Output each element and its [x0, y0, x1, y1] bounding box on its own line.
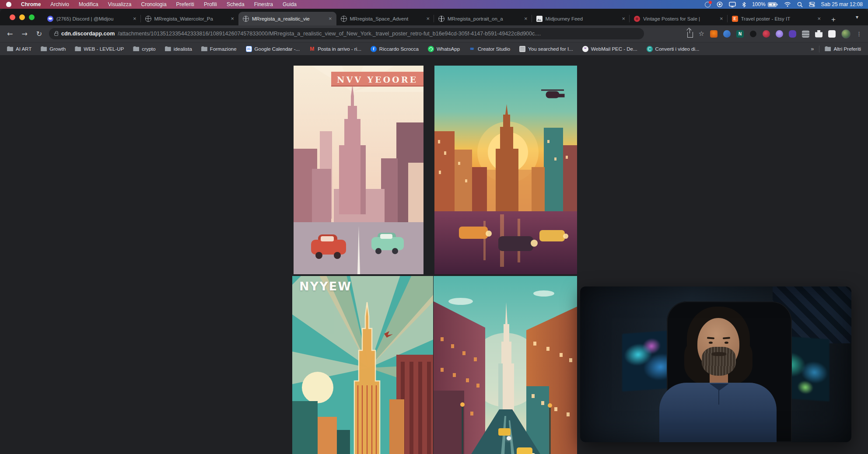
globe-favicon [438, 16, 444, 22]
bookmark-folder-growth[interactable]: Growth [41, 46, 66, 52]
tab-label: MRregista_a_realistic_vie [252, 16, 326, 21]
tab-watercolor[interactable]: MRregista_Watercolor_Pa × [141, 12, 239, 25]
bookmark-webmail-pec[interactable]: WebMail PEC - De... [582, 46, 637, 52]
close-tab-icon[interactable]: × [524, 16, 528, 21]
close-tab-icon[interactable]: × [817, 16, 821, 21]
folder-icon [75, 46, 81, 51]
profile-avatar[interactable] [841, 29, 850, 38]
bookmark-label: AI ART [16, 46, 32, 52]
poster-bottom-left: NYYEW [292, 276, 433, 454]
grid-extension-icon[interactable] [802, 30, 809, 38]
close-tab-icon[interactable]: × [329, 16, 332, 21]
bookmark-google-calendar[interactable]: 31Google Calendar -... [246, 46, 300, 52]
bluetooth-icon[interactable] [742, 2, 746, 7]
apple-icon[interactable] [6, 2, 11, 7]
facebook-icon: f [371, 46, 377, 52]
menu-item-visualizza[interactable]: Visualizza [108, 1, 132, 7]
discord-favicon [47, 16, 53, 22]
wifi-icon[interactable] [784, 2, 791, 7]
page-icon [519, 46, 525, 52]
folder-icon [165, 46, 171, 51]
bookmark-folder-formazione[interactable]: Formazione [201, 46, 237, 52]
tab-search-chevron-icon[interactable]: ▾ [856, 14, 858, 20]
bookmark-star-icon[interactable]: ☆ [699, 31, 704, 37]
battery-percent-label: 100% [752, 1, 766, 7]
tab-midjourney-feed[interactable]: Midjourney Feed × [532, 12, 630, 25]
menu-item-guida[interactable]: Guida [283, 1, 297, 7]
lock-icon[interactable] [54, 33, 58, 36]
display-icon[interactable] [729, 2, 736, 7]
folder-icon [825, 46, 831, 51]
share-icon[interactable] [687, 32, 693, 38]
n-extension-icon[interactable]: N [736, 30, 744, 38]
bookmark-you-searched[interactable]: You searched for I... [519, 46, 573, 52]
purple-extension-icon[interactable] [776, 30, 783, 38]
tab-label: MRregista_Space_Advent [350, 16, 424, 21]
forward-button[interactable]: → [21, 30, 27, 38]
close-tab-icon[interactable]: × [231, 16, 234, 21]
bookmark-creator-studio[interactable]: ∞Creator Studio [469, 46, 510, 52]
mouse-cursor[interactable] [507, 436, 511, 440]
menu-clock[interactable]: Sab 25 mar 12:08 [821, 1, 863, 7]
tab-etsy[interactable]: E Travel poster - Etsy IT × [728, 12, 826, 25]
menu-item-scheda[interactable]: Scheda [227, 1, 245, 7]
bookmark-folder-idealista[interactable]: idealista [165, 46, 192, 52]
poster-deco-title: NYYEW [299, 279, 352, 293]
tab-vintage-posters[interactable]: Vintage Posters for Sale | × [630, 12, 728, 25]
close-tab-icon[interactable]: × [622, 16, 625, 21]
close-tab-icon[interactable]: × [426, 16, 430, 21]
minimize-window-button[interactable] [19, 14, 25, 20]
other-bookmarks-folder[interactable]: Altri Preferiti [825, 46, 861, 52]
bookmark-facebook[interactable]: fRiccardo Scrocca [371, 46, 419, 52]
tab-realistic-view-active[interactable]: MRregista_a_realistic_vie × [238, 12, 336, 25]
folder-icon [41, 46, 47, 51]
close-tab-icon[interactable]: × [133, 16, 136, 21]
presenter-eye [709, 342, 713, 344]
tab-label: Travel poster - Etsy IT [741, 16, 815, 21]
key-extension-icon[interactable] [763, 30, 770, 38]
bookmark-label: WEB - LEVEL-UP [84, 46, 124, 52]
bookmark-folder-web-level-up[interactable]: WEB - LEVEL-UP [75, 46, 124, 52]
address-bar[interactable]: cdn.discordapp.com /attachments/10135123… [49, 28, 644, 39]
bookmark-gmail[interactable]: MPosta in arrivo - ri... [309, 46, 361, 52]
bookmark-whatsapp[interactable]: WhatsApp [428, 46, 460, 52]
battery-status[interactable]: 100% [752, 1, 778, 7]
menu-item-profili[interactable]: Profili [204, 1, 217, 7]
spotlight-search-icon[interactable] [797, 2, 803, 7]
menu-item-cronologia[interactable]: Cronologia [141, 1, 167, 7]
control-center-icon[interactable] [809, 2, 815, 7]
midjourney-grid-image[interactable]: NVV YEOORE [292, 66, 577, 454]
chrome-menu-icon[interactable]: ⋮ [856, 31, 862, 37]
bookmarks-overflow-chevron[interactable]: » [811, 45, 814, 52]
blue-extension-icon[interactable] [723, 30, 731, 38]
zoom-window-button[interactable] [29, 14, 35, 20]
menu-item-preferiti[interactable]: Preferiti [176, 1, 194, 7]
new-tab-button[interactable]: + [828, 14, 839, 25]
presenter-beard [702, 347, 736, 376]
menu-item-chrome[interactable]: Chrome [21, 1, 41, 7]
bookmark-folder-crypto[interactable]: crypto [133, 46, 155, 52]
tab-portrait[interactable]: MRregista_portrait_on_a × [434, 12, 532, 25]
close-window-button[interactable] [10, 14, 15, 20]
purple-blob-extension-icon[interactable] [789, 30, 796, 38]
menu-item-archivio[interactable]: Archivio [50, 1, 69, 7]
webcam-overlay [580, 286, 851, 442]
reload-button[interactable]: ↻ [36, 30, 42, 38]
bookmark-folder-ai-art[interactable]: AI ART [7, 46, 32, 52]
bookmark-label: Posta in arrivo - ri... [318, 46, 361, 52]
poster-bottom-right [434, 276, 577, 454]
tab-space-adventure[interactable]: MRregista_Space_Advent × [336, 12, 434, 25]
panel-extension-icon[interactable] [828, 30, 836, 38]
close-tab-icon[interactable]: × [720, 16, 723, 21]
metamask-extension-icon[interactable] [710, 30, 718, 38]
notification-app-icon[interactable] [705, 2, 710, 7]
menu-item-modifica[interactable]: Modifica [79, 1, 98, 7]
bookmark-converti-video[interactable]: Converti i video di... [647, 46, 700, 52]
globe-favicon [243, 16, 249, 22]
back-button[interactable]: ← [7, 30, 13, 38]
screen-record-icon[interactable] [717, 1, 723, 7]
tab-discord[interactable]: (2765) Discord | @Midjou × [43, 12, 141, 25]
menu-item-finestra[interactable]: Finestra [254, 1, 273, 7]
dark-extension-icon[interactable] [749, 30, 757, 38]
extensions-puzzle-icon[interactable] [815, 30, 822, 38]
